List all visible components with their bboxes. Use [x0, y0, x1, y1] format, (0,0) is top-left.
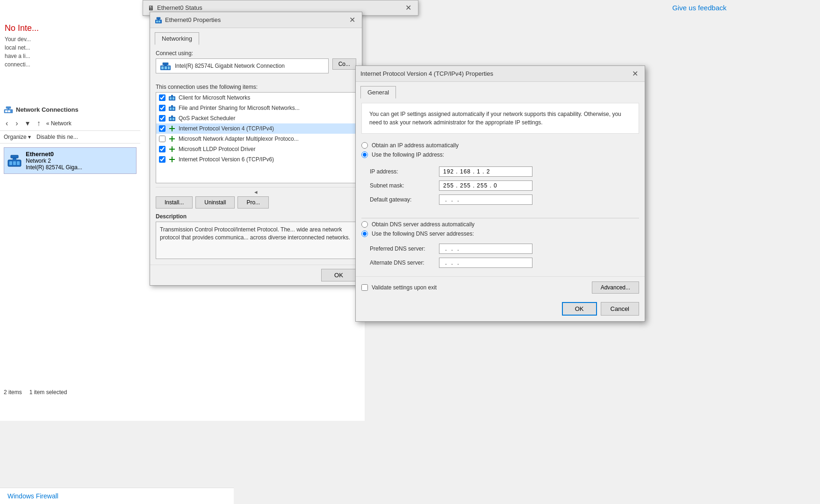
item-checkbox-0[interactable]	[159, 94, 165, 101]
organize-btn[interactable]: Organize ▾	[4, 133, 31, 141]
eth0-status-icon: 🖥	[148, 4, 154, 12]
item-checkbox-1[interactable]	[159, 105, 165, 111]
radio-auto-ip-row: Obtain an IP address automatically	[361, 142, 639, 149]
validate-checkbox[interactable]	[361, 284, 368, 291]
eth0-props-ok-btn[interactable]: OK	[321, 269, 356, 281]
radio-auto-dns-row: Obtain DNS server address automatically	[361, 221, 639, 228]
disable-btn[interactable]: Disable this ne...	[36, 133, 78, 141]
tcpip-ok-btn[interactable]: OK	[562, 302, 597, 316]
eth0-props-title: Ethernet0 Properties	[165, 16, 221, 23]
uninstall-btn[interactable]: Uninstall	[195, 196, 235, 209]
tcpip-footer: Validate settings upon exit Advanced...	[356, 276, 645, 298]
no-internet-text: Your dev...local net...have a li...conne…	[5, 35, 136, 69]
recent-btn[interactable]: ▾	[24, 118, 31, 129]
item-checkbox-2[interactable]	[159, 115, 165, 122]
radio-manual-ip-row: Use the following IP address:	[361, 151, 639, 158]
nc-actions: Organize ▾ Disable this ne...	[0, 131, 140, 144]
item-icon-0	[168, 94, 176, 101]
nc-breadcrumb: « Network	[46, 120, 72, 127]
eth0-props-body: Connect using: Intel(R) 82574L Gigabit N…	[150, 44, 362, 265]
eth0-props-window: Ethernet0 Properties ✕ Networking Connec…	[150, 12, 362, 286]
radio-auto-dns-label: Obtain DNS server address automatically	[372, 221, 475, 228]
alternate-dns-input[interactable]	[439, 258, 532, 268]
item-label-5: Microsoft LLDP Protocol Driver	[179, 146, 256, 152]
item-icon-4	[168, 135, 176, 143]
item-checkbox-4[interactable]	[159, 136, 165, 142]
eth0-status-close[interactable]: ✕	[403, 3, 413, 12]
eth0-status-title-left: 🖥 Ethernet0 Status	[148, 4, 202, 12]
svg-rect-31	[170, 118, 172, 120]
list-item[interactable]: Microsoft LLDP Protocol Driver	[156, 144, 356, 154]
network-connections-panel: Network Connections ‹ › ▾ ↑ « Network Or…	[0, 103, 140, 178]
list-item[interactable]: Client for Microsoft Networks	[156, 93, 356, 103]
svg-rect-21	[163, 63, 168, 65]
advanced-btn[interactable]: Advanced...	[592, 281, 639, 294]
connect-using-box: Intel(R) 82574L Gigabit Network Connecti…	[156, 58, 329, 73]
adapter-info: Ethernet0 Network 2 Intel(R) 82574L Giga…	[26, 151, 82, 171]
back-btn[interactable]: ‹	[4, 118, 10, 129]
list-item[interactable]: Microsoft Network Adapter Multiplexor Pr…	[156, 134, 356, 144]
no-internet-section: No Inte... Your dev...local net...have a…	[5, 23, 136, 69]
item-checkbox-5[interactable]	[159, 146, 165, 152]
svg-rect-19	[168, 66, 170, 69]
default-gateway-label: Default gateway:	[370, 196, 435, 203]
alternate-dns-row: Alternate DNS server:	[370, 258, 639, 268]
list-item[interactable]: File and Printer Sharing for Microsoft N…	[156, 103, 356, 113]
subnet-mask-input[interactable]	[439, 180, 532, 191]
give-feedback-link[interactable]: Give us feedback	[672, 4, 726, 12]
connect-using-text: Intel(R) 82574L Gigabit Network Connecti…	[175, 63, 285, 69]
radio-manual-dns-label: Use the following DNS server addresses:	[372, 230, 474, 237]
list-item[interactable]: Internet Protocol Version 4 (TCP/IPv4)	[156, 123, 356, 134]
forward-btn[interactable]: ›	[14, 118, 20, 129]
eth0-props-close[interactable]: ✕	[347, 15, 357, 24]
svg-rect-12	[156, 21, 158, 22]
ip-address-input[interactable]	[439, 166, 532, 177]
subnet-mask-row: Subnet mask:	[370, 180, 639, 191]
eth0-props-titlebar: Ethernet0 Properties ✕	[150, 12, 362, 28]
nc-header: Network Connections	[0, 103, 140, 116]
eth0-props-tabs: Networking	[150, 28, 362, 44]
preferred-dns-row: Preferred DNS server:	[370, 244, 639, 254]
svg-rect-24	[173, 97, 174, 100]
tab-networking[interactable]: Networking	[155, 32, 199, 45]
up-btn[interactable]: ↑	[35, 118, 43, 129]
item-label-3: Internet Protocol Version 4 (TCP/IPv4)	[179, 125, 274, 132]
svg-rect-10	[11, 155, 18, 158]
preferred-dns-input[interactable]	[439, 244, 532, 254]
radio-auto-dns[interactable]	[361, 221, 368, 228]
svg-rect-28	[173, 108, 174, 110]
adapter-driver: Intel(R) 82574L Giga...	[26, 164, 82, 171]
radio-manual-dns[interactable]	[361, 230, 368, 237]
properties-btn[interactable]: Pro...	[237, 196, 269, 209]
item-checkbox-6[interactable]	[159, 156, 165, 163]
radio-manual-ip[interactable]	[361, 151, 368, 158]
install-btn[interactable]: Install...	[156, 196, 193, 209]
items-list: Client for Microsoft Networks File and P…	[156, 92, 356, 183]
tcpip-tabs: General	[356, 82, 645, 98]
configure-btn[interactable]: Co...	[332, 58, 356, 70]
item-checkbox-3[interactable]	[159, 125, 165, 132]
description-label: Description	[156, 213, 356, 220]
item-label-2: QoS Packet Scheduler	[179, 115, 235, 122]
validate-row: Validate settings upon exit	[361, 284, 437, 291]
default-gateway-row: Default gateway:	[370, 194, 639, 205]
tcpip-close-btn[interactable]: ✕	[630, 69, 640, 78]
eth0-status-title: Ethernet0 Status	[157, 4, 202, 11]
adapter-net-icon	[160, 62, 171, 70]
list-item[interactable]: QoS Packet Scheduler	[156, 113, 356, 123]
svg-rect-17	[161, 66, 164, 69]
description-box: Transmission Control Protocol/Internet P…	[156, 222, 356, 259]
nc-toolbar: ‹ › ▾ ↑ « Network	[0, 116, 140, 131]
windows-firewall-link[interactable]: Windows Firewall	[7, 492, 58, 500]
radio-auto-ip[interactable]	[361, 142, 368, 149]
item-label-6: Internet Protocol Version 6 (TCP/IPv6)	[179, 156, 274, 163]
item-label-4: Microsoft Network Adapter Multiplexor Pr…	[179, 136, 299, 142]
nc-content: Ethernet0 Network 2 Intel(R) 82574L Giga…	[0, 144, 140, 178]
eth0-props-icon	[155, 16, 162, 24]
list-item[interactable]: Internet Protocol Version 6 (TCP/IPv6)	[156, 154, 356, 165]
default-gateway-input[interactable]	[439, 194, 532, 205]
ethernet0-adapter[interactable]: Ethernet0 Network 2 Intel(R) 82574L Giga…	[4, 147, 137, 174]
tab-general[interactable]: General	[360, 86, 396, 99]
svg-rect-15	[157, 17, 160, 19]
tcpip-cancel-btn[interactable]: Cancel	[601, 302, 639, 316]
